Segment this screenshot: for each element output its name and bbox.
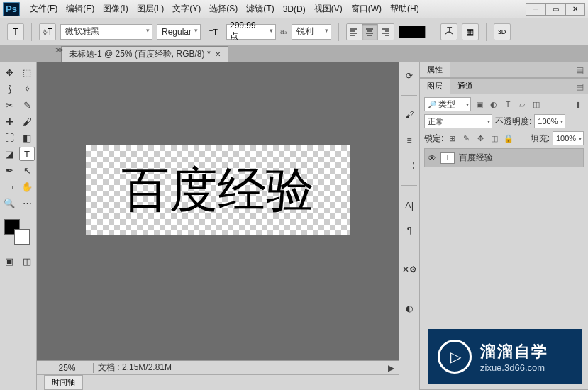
zoom-value[interactable]: 25% <box>41 363 94 373</box>
tab-layers[interactable]: 图层 <box>420 79 450 94</box>
lock-position-icon[interactable]: ✥ <box>475 133 486 144</box>
antialias-dropdown[interactable]: 锐利 <box>292 24 331 40</box>
fill-input[interactable]: 100% <box>553 131 584 145</box>
paragraph-icon[interactable]: ¶ <box>403 224 416 237</box>
menu-image[interactable]: 图像(I) <box>99 1 132 17</box>
settings-icon[interactable]: ✕⚙ <box>403 263 416 276</box>
text-align-group <box>346 23 394 40</box>
filter-smart-icon[interactable]: ◫ <box>531 99 542 110</box>
zoom-tool[interactable]: 🔍 <box>1 196 17 210</box>
pen-tool[interactable]: ✒ <box>1 163 17 177</box>
svg-text:T: T <box>447 27 453 35</box>
opacity-input[interactable]: 100% <box>534 114 565 128</box>
window-controls: ─ ▭ ✕ <box>526 3 585 16</box>
font-style-dropdown[interactable]: Regular <box>157 24 201 40</box>
marquee-tool[interactable]: ⬚ <box>19 65 35 79</box>
menu-edit[interactable]: 编辑(E) <box>62 1 99 17</box>
move-tool[interactable]: ✥ <box>1 65 17 79</box>
clone-source-icon[interactable]: ⛶ <box>403 160 416 172</box>
filter-image-icon[interactable]: ▣ <box>474 99 485 110</box>
menu-file[interactable]: 文件(F) <box>26 1 62 17</box>
lock-artboard-icon[interactable]: ◫ <box>489 133 500 144</box>
stamp-tool[interactable]: ⛶ <box>1 130 17 145</box>
brush-presets-icon[interactable]: ≡ <box>403 134 416 147</box>
fill-label: 填充: <box>531 133 550 145</box>
screenmode-button[interactable]: ◫ <box>19 254 35 268</box>
history-icon[interactable]: ⟳ <box>403 69 416 82</box>
document-tab-bar: ≫ 未标题-1 @ 25% (百度经验, RGB/8) * ✕ <box>0 45 588 62</box>
text-tool-icon[interactable]: T <box>7 23 24 40</box>
timeline-tab[interactable]: 时间轴 <box>44 375 83 390</box>
toolbox: ✥ ⬚ ⟆ ✧ ✂ ✎ ✚ 🖌 ⛶ ◧ ◪ T ✒ ↖ ▭ ✋ 🔍 ⋯ ▣ ◫ <box>0 62 37 390</box>
canvas-text-layer[interactable]: 百度经验 <box>121 158 314 223</box>
character-panel-button[interactable]: ▦ <box>462 23 479 40</box>
menu-3d[interactable]: 3D(D) <box>279 2 310 16</box>
document-title: 未标题-1 @ 25% (百度经验, RGB/8) * <box>69 48 211 60</box>
menu-window[interactable]: 窗口(W) <box>347 1 386 17</box>
menu-type[interactable]: 文字(Y) <box>168 1 205 17</box>
filter-type-icon[interactable]: T <box>502 99 514 110</box>
font-size-input[interactable]: 299.99 点 <box>226 24 276 40</box>
crop-tool[interactable]: ✂ <box>1 98 17 112</box>
aa-icon: aₐ <box>280 28 287 35</box>
font-family-dropdown[interactable]: 微软雅黑 <box>60 24 152 40</box>
filter-shape-icon[interactable]: ▱ <box>516 99 528 110</box>
magic-wand-tool[interactable]: ✧ <box>19 82 35 96</box>
watermark-title: 溜溜自学 <box>480 341 548 362</box>
layers-menu-icon[interactable]: ▤ <box>572 82 588 91</box>
collapse-arrow-icon[interactable]: ≫ <box>55 45 64 55</box>
brushes-icon[interactable]: 🖌 <box>403 108 416 121</box>
rectangle-tool[interactable]: ▭ <box>1 179 17 194</box>
opacity-label: 不透明度: <box>495 116 531 128</box>
filter-toggle-icon[interactable]: ▮ <box>572 99 584 110</box>
menu-filter[interactable]: 滤镜(T) <box>242 1 278 17</box>
path-select-tool[interactable]: ↖ <box>19 163 35 177</box>
align-right-button[interactable] <box>378 24 394 40</box>
layer-filter-dropdown[interactable]: 🔎 类型 <box>424 97 471 111</box>
text-color-swatch[interactable] <box>399 26 426 38</box>
document-tab[interactable]: 未标题-1 @ 25% (百度经验, RGB/8) * ✕ <box>61 46 228 62</box>
canvas-viewport[interactable]: 百度经验 <box>37 62 399 360</box>
edit-toolbar[interactable]: ⋯ <box>19 196 35 210</box>
text-orientation-button[interactable]: ⎀T <box>39 23 56 40</box>
hand-tool[interactable]: ✋ <box>19 179 35 194</box>
layer-thumbnail[interactable]: T <box>440 152 455 164</box>
align-center-button[interactable] <box>362 24 378 40</box>
properties-panel: 属性 ▤ <box>420 62 588 79</box>
menu-layer[interactable]: 图层(L) <box>133 1 169 17</box>
menu-help[interactable]: 帮助(H) <box>386 1 423 17</box>
lock-all-icon[interactable]: 🔒 <box>503 133 514 144</box>
type-tool[interactable]: T <box>19 147 35 161</box>
warp-text-button[interactable]: T <box>440 23 457 40</box>
tab-properties[interactable]: 属性 <box>420 62 450 77</box>
layer-row[interactable]: 👁 T 百度经验 <box>424 148 584 167</box>
visibility-icon[interactable]: 👁 <box>428 153 436 163</box>
status-menu-icon[interactable]: ▶ <box>388 363 394 373</box>
layer-name[interactable]: 百度经验 <box>459 152 493 164</box>
character-icon[interactable]: A| <box>403 199 416 211</box>
tab-channels[interactable]: 通道 <box>450 79 480 94</box>
brush-tool[interactable]: 🖌 <box>19 114 35 128</box>
eraser-tool[interactable]: ◧ <box>19 130 35 145</box>
app-logo: Ps <box>3 2 20 16</box>
close-button[interactable]: ✕ <box>565 3 585 16</box>
panel-menu-icon[interactable]: ▤ <box>572 65 588 75</box>
align-left-button[interactable] <box>347 24 362 40</box>
background-color[interactable] <box>14 229 30 245</box>
3d-button[interactable]: 3D <box>494 23 511 40</box>
lock-transparency-icon[interactable]: ⊞ <box>446 133 457 144</box>
libraries-icon[interactable]: ◐ <box>403 302 416 315</box>
eyedropper-tool[interactable]: ✎ <box>19 98 35 112</box>
lock-pixels-icon[interactable]: ✎ <box>460 133 472 144</box>
gradient-tool[interactable]: ◪ <box>1 147 17 161</box>
menu-view[interactable]: 视图(V) <box>310 1 347 17</box>
maximize-button[interactable]: ▭ <box>545 3 565 16</box>
menu-select[interactable]: 选择(S) <box>205 1 242 17</box>
minimize-button[interactable]: ─ <box>526 3 545 16</box>
blend-mode-dropdown[interactable]: 正常 <box>424 114 492 128</box>
close-tab-icon[interactable]: ✕ <box>215 50 221 58</box>
quickmask-button[interactable]: ▣ <box>1 254 17 268</box>
healing-tool[interactable]: ✚ <box>1 114 17 128</box>
filter-adjust-icon[interactable]: ◐ <box>488 99 499 110</box>
lasso-tool[interactable]: ⟆ <box>1 82 17 96</box>
